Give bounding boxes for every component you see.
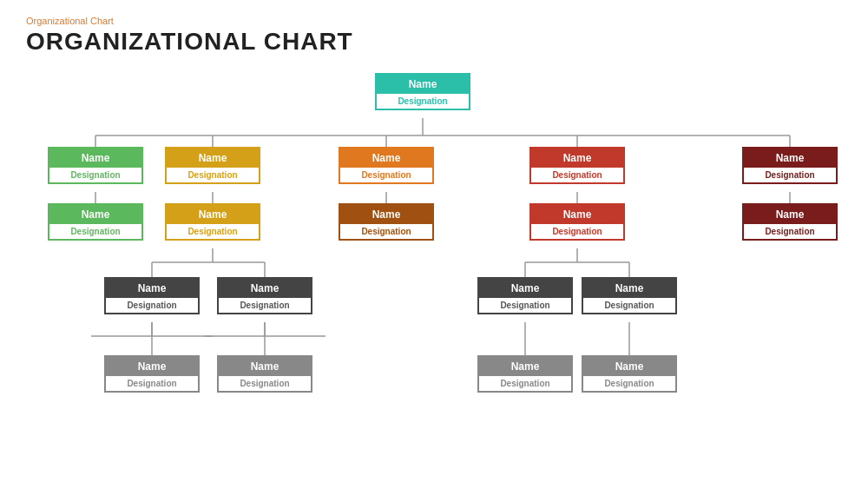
l1-node-3: Name Designation bbox=[339, 147, 434, 184]
l2-3-name: Name bbox=[340, 205, 432, 224]
l2-1-name: Name bbox=[49, 205, 141, 224]
page-title: ORGANIZATIONAL CHART bbox=[26, 28, 842, 56]
l1-3-designation: Designation bbox=[340, 168, 432, 182]
l1-node-2: Name Designation bbox=[165, 147, 260, 184]
page-subtitle: Organizational Chart bbox=[26, 16, 842, 26]
l1-node-1: Name Designation bbox=[48, 147, 143, 184]
l3-2-designation: Designation bbox=[219, 298, 311, 313]
l1-4-designation: Designation bbox=[531, 168, 623, 182]
l1-5-name: Name bbox=[744, 149, 836, 168]
connector-lines bbox=[0, 64, 868, 464]
l1-2-name: Name bbox=[167, 149, 259, 168]
l1-2-designation: Designation bbox=[167, 168, 259, 182]
l4-node-4: Name Designation bbox=[582, 355, 677, 393]
l4-1-designation: Designation bbox=[106, 376, 198, 391]
l4-3-designation: Designation bbox=[479, 376, 571, 391]
l1-node-4: Name Designation bbox=[529, 147, 625, 184]
l4-node-1: Name Designation bbox=[104, 355, 200, 393]
l2-3-designation: Designation bbox=[340, 224, 432, 239]
l2-4-designation: Designation bbox=[531, 224, 623, 239]
l4-4-name: Name bbox=[583, 357, 675, 376]
l3-node-4: Name Designation bbox=[582, 277, 677, 314]
l3-3-designation: Designation bbox=[479, 298, 571, 313]
l4-node-2: Name Designation bbox=[217, 355, 312, 393]
l2-node-3: Name Designation bbox=[339, 203, 434, 241]
l1-4-name: Name bbox=[531, 149, 623, 168]
l3-4-designation: Designation bbox=[583, 298, 675, 313]
page-header: Organizational Chart ORGANIZATIONAL CHAR… bbox=[0, 0, 868, 63]
l2-5-name: Name bbox=[744, 205, 836, 224]
l2-2-designation: Designation bbox=[167, 224, 259, 239]
l3-1-name: Name bbox=[106, 279, 198, 298]
l2-node-2: Name Designation bbox=[165, 203, 260, 241]
l2-node-4: Name Designation bbox=[529, 203, 625, 241]
l4-1-name: Name bbox=[106, 357, 198, 376]
l1-node-5: Name Designation bbox=[742, 147, 838, 184]
l4-4-designation: Designation bbox=[583, 376, 675, 391]
l3-3-name: Name bbox=[479, 279, 571, 298]
l1-1-name: Name bbox=[49, 149, 141, 168]
l3-1-designation: Designation bbox=[106, 298, 198, 313]
l2-1-designation: Designation bbox=[49, 224, 141, 239]
l1-3-name: Name bbox=[340, 149, 432, 168]
l4-3-name: Name bbox=[479, 357, 571, 376]
l4-2-designation: Designation bbox=[219, 376, 311, 391]
l4-2-name: Name bbox=[219, 357, 311, 376]
l1-5-designation: Designation bbox=[744, 168, 836, 182]
l3-4-name: Name bbox=[583, 279, 675, 298]
l4-node-3: Name Designation bbox=[477, 355, 573, 393]
root-designation: Designation bbox=[377, 94, 469, 109]
l3-node-2: Name Designation bbox=[217, 277, 312, 314]
root-node: Name Designation bbox=[375, 73, 470, 110]
l2-node-1: Name Designation bbox=[48, 203, 143, 241]
l3-node-1: Name Designation bbox=[104, 277, 200, 314]
chart-area: Name Designation Name Designation Name D… bbox=[0, 64, 868, 464]
l2-2-name: Name bbox=[167, 205, 259, 224]
l2-4-name: Name bbox=[531, 205, 623, 224]
l1-1-designation: Designation bbox=[49, 168, 141, 182]
l3-2-name: Name bbox=[219, 279, 311, 298]
l3-node-3: Name Designation bbox=[477, 277, 573, 314]
l2-5-designation: Designation bbox=[744, 224, 836, 239]
root-name: Name bbox=[377, 75, 469, 94]
l2-node-5: Name Designation bbox=[742, 203, 838, 241]
